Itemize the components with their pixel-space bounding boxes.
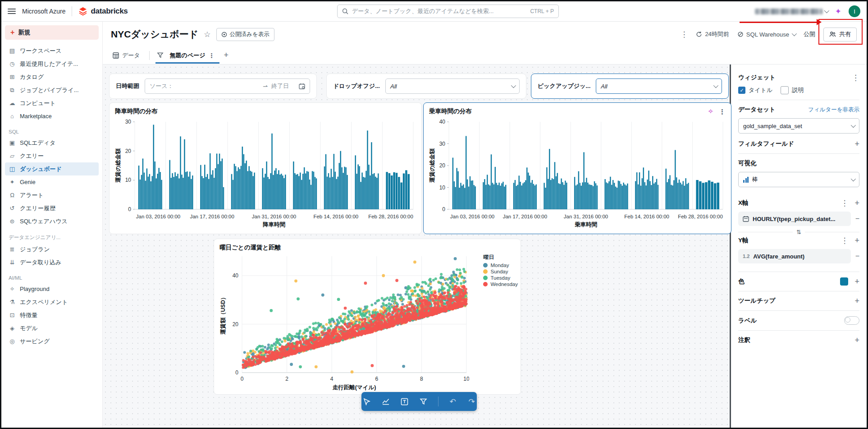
sidebar-item-experiments[interactable]: ⚗エクスペリメント bbox=[5, 295, 99, 309]
widget-kebab-icon[interactable]: ⋮ bbox=[719, 108, 726, 115]
sidebar-item-models[interactable]: ◈モデル bbox=[5, 322, 99, 335]
visualization-select[interactable]: 棒 bbox=[738, 172, 859, 187]
legend-item-tuesday[interactable]: Tuesday bbox=[483, 275, 518, 281]
filter-dropoff-widget[interactable]: ドロップオフジ... All bbox=[326, 74, 526, 99]
sidebar-item-sql-warehouse[interactable]: ⊜SQLウェアハウス bbox=[5, 215, 99, 228]
x-axis-kebab-icon[interactable]: ⋮ bbox=[841, 199, 848, 207]
sidebar-item-label: Playground bbox=[20, 286, 50, 292]
plus-icon: + bbox=[10, 28, 14, 37]
tab-kebab-icon[interactable]: ⋮ bbox=[209, 52, 215, 59]
x-axis-field-chip[interactable]: HOURLY(tpep_pickup_datet... bbox=[738, 212, 851, 226]
add-tooltip-button[interactable]: + bbox=[854, 297, 859, 305]
refresh-button[interactable]: 24時間前 bbox=[696, 30, 729, 38]
svg-text:Jan 17, 2016 00:00: Jan 17, 2016 00:00 bbox=[503, 214, 547, 219]
labels-toggle[interactable] bbox=[844, 316, 859, 325]
pickup-time-chart-widget[interactable]: 乗車時間の分布 ✧ ⋮ 010203040Jan 03, 2016 00:00J… bbox=[423, 102, 731, 234]
sidebar-item-query-history[interactable]: ↺クエリー履歴 bbox=[5, 202, 99, 215]
add-textbox-tool[interactable] bbox=[400, 397, 409, 406]
sidebar-item-alerts[interactable]: Ωアラート bbox=[5, 189, 99, 202]
dashboard-header: NYCダッシュボード ☆ 公開済みを表示 ⋮ bbox=[103, 22, 867, 65]
dropoff-time-chart-widget[interactable]: 降車時間の分布 0102030Jan 03, 2016 00:00Jan 17,… bbox=[109, 102, 422, 234]
databricks-logo-icon bbox=[78, 7, 87, 16]
favorite-star-icon[interactable]: ☆ bbox=[204, 30, 210, 39]
add-visualization-tool[interactable] bbox=[381, 397, 390, 406]
sidebar-item-compute[interactable]: ☁コンピュート bbox=[5, 97, 99, 110]
description-checkbox[interactable]: 説明 bbox=[781, 86, 804, 94]
sidebar-item-dashboards[interactable]: ◫ダッシュボード bbox=[5, 162, 99, 175]
tab-untitled-page[interactable]: 無題のページ ⋮ bbox=[168, 47, 217, 64]
search-icon bbox=[342, 8, 348, 14]
add-filter-field-button[interactable]: + bbox=[854, 140, 859, 148]
y-axis-kebab-icon[interactable]: ⋮ bbox=[841, 237, 848, 244]
svg-text:40: 40 bbox=[233, 272, 239, 279]
sidebar-item-queries[interactable]: ▱クエリー bbox=[5, 149, 99, 162]
tab-separator bbox=[149, 51, 150, 60]
add-annotation-button[interactable]: + bbox=[854, 336, 859, 344]
ai-sparkle-icon[interactable]: ✧ bbox=[708, 107, 713, 115]
global-search-input[interactable]: データ、ノートブック、最近のアイテムなどを検索... CTRL + P bbox=[337, 5, 559, 18]
add-y-field-button[interactable]: + bbox=[854, 236, 859, 244]
swap-axes-icon[interactable]: ⇅ bbox=[796, 229, 801, 235]
warehouse-selector[interactable]: SQL Warehouse bbox=[737, 31, 795, 38]
pickup-select[interactable]: All bbox=[596, 78, 722, 94]
filter-label: 日時範囲 bbox=[116, 82, 139, 90]
header-kebab-icon[interactable]: ⋮ bbox=[680, 31, 688, 38]
redo-button[interactable]: ↷ bbox=[467, 397, 476, 406]
checkbox-checked-icon: ✓ bbox=[738, 87, 745, 94]
svg-text:20: 20 bbox=[439, 162, 446, 169]
new-button[interactable]: + 新規 bbox=[5, 25, 99, 40]
dataset-value: gold_sample_data_set bbox=[743, 123, 847, 129]
fare-distance-scatter-widget[interactable]: 曜日ごとの運賃と距離 020400246810走行距離(マイル)運賃額（USD）… bbox=[214, 239, 521, 395]
page-filter-icon[interactable] bbox=[157, 52, 164, 59]
widget-kebab-icon[interactable]: ⋮ bbox=[852, 74, 859, 82]
svg-text:0: 0 bbox=[442, 206, 445, 212]
sidebar-item-jobs-pipelines[interactable]: ⧉ジョブとパイプライ... bbox=[5, 83, 99, 97]
svg-text:Jan 31, 2016 00:00: Jan 31, 2016 00:00 bbox=[252, 214, 296, 219]
publish-button[interactable]: 公開 bbox=[804, 30, 815, 38]
hamburger-menu-icon[interactable] bbox=[8, 9, 16, 14]
dataset-select[interactable]: gold_sample_data_set bbox=[738, 118, 859, 134]
user-avatar[interactable]: I bbox=[849, 5, 860, 17]
filter-pickup-widget[interactable]: ピックアップジッ... All bbox=[531, 74, 729, 99]
select-cursor-tool[interactable] bbox=[362, 397, 371, 406]
svg-text:20: 20 bbox=[125, 148, 132, 154]
date-range-input[interactable]: ソース： ⇀ 終了日 bbox=[145, 78, 310, 94]
undo-button[interactable]: ↶ bbox=[448, 397, 457, 406]
sidebar-item-features[interactable]: ⊡特徴量 bbox=[5, 309, 99, 322]
sidebar-item-serving[interactable]: ◎サービング bbox=[5, 335, 99, 348]
dropoff-select[interactable]: All bbox=[385, 78, 520, 94]
chevron-down-icon bbox=[511, 83, 516, 88]
y-axis-field-chip[interactable]: 1.2 AVG(fare_amount) bbox=[738, 249, 851, 263]
sidebar-item-workspace[interactable]: ▤ワークスペース bbox=[5, 44, 99, 57]
title-checkbox[interactable]: ✓ タイトル bbox=[738, 86, 772, 94]
add-filter-tool[interactable] bbox=[419, 397, 428, 406]
sidebar-item-marketplace[interactable]: ⌂Marketplace bbox=[5, 110, 99, 123]
add-color-button[interactable]: + bbox=[854, 277, 859, 286]
sidebar-item-genie[interactable]: ✦Genie bbox=[5, 175, 99, 189]
add-page-button[interactable]: + bbox=[224, 51, 229, 60]
svg-text:Feb 14, 2016 00:00: Feb 14, 2016 00:00 bbox=[624, 214, 669, 219]
filter-date-range-widget[interactable]: 日時範囲 ソース： ⇀ 終了日 bbox=[109, 74, 317, 99]
legend-item-sunday[interactable]: Sunday bbox=[483, 269, 518, 274]
legend-item-wednesday[interactable]: Wednesday bbox=[483, 281, 518, 287]
new-button-label: 新規 bbox=[18, 28, 30, 37]
sidebar-item-job-runs[interactable]: ≣ジョブラン bbox=[5, 243, 99, 256]
sidebar-item-catalog[interactable]: ⊞カタログ bbox=[5, 70, 99, 83]
remove-y-field-button[interactable]: − bbox=[855, 252, 859, 260]
remove-x-field-button[interactable]: − bbox=[855, 215, 859, 223]
description-checkbox-label: 説明 bbox=[792, 86, 804, 94]
sidebar-item-sql-editor[interactable]: ▣SQLエディタ bbox=[5, 136, 99, 149]
legend-item-monday[interactable]: Monday bbox=[483, 263, 518, 268]
sidebar-item-recents[interactable]: ◷最近使用したアイテ... bbox=[5, 57, 99, 70]
color-swatch[interactable] bbox=[840, 277, 848, 286]
databricks-logo[interactable]: databricks bbox=[78, 7, 128, 16]
add-x-field-button[interactable]: + bbox=[854, 199, 859, 207]
share-button[interactable]: 共有 bbox=[823, 28, 857, 42]
sidebar-item-playground[interactable]: ✧Playground bbox=[5, 282, 99, 295]
hide-filters-link[interactable]: フィルターを非表示 bbox=[808, 106, 859, 114]
workspace-switcher[interactable] bbox=[755, 9, 828, 14]
sidebar-item-data-ingestion[interactable]: ⇊データ取り込み bbox=[5, 256, 99, 269]
tab-data[interactable]: データ bbox=[111, 47, 142, 64]
view-published-button[interactable]: 公開済みを表示 bbox=[216, 28, 274, 41]
assistant-sparkle-icon[interactable]: ✦ bbox=[835, 7, 841, 16]
